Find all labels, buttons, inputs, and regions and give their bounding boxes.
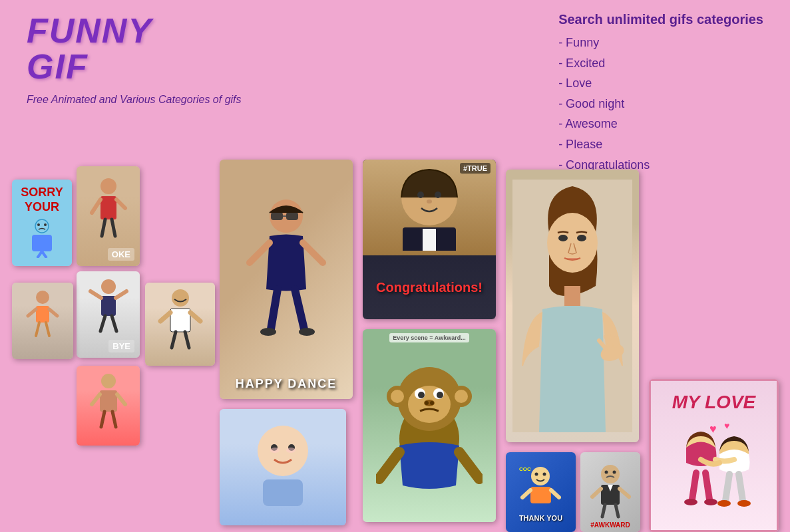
svg-line-91: [551, 490, 559, 497]
category-item[interactable]: - Love: [558, 73, 763, 94]
svg-point-2: [44, 223, 47, 226]
svg-point-6: [100, 178, 116, 194]
oke-label: OKE: [108, 248, 134, 261]
svg-point-88: [543, 472, 546, 475]
svg-point-81: [577, 235, 586, 241]
svg-point-49: [270, 448, 280, 453]
baby-card[interactable]: [220, 409, 346, 525]
svg-line-11: [112, 219, 115, 236]
awkward-label: #AWKWARD: [580, 521, 640, 529]
svg-line-99: [620, 489, 629, 497]
svg-line-35: [112, 412, 116, 427]
svg-point-93: [601, 465, 620, 483]
child-dance[interactable]: [12, 283, 73, 359]
search-panel-title: Search unlimited gifs categories: [558, 12, 763, 27]
svg-point-54: [435, 192, 441, 198]
header-section: FUNNY GIF Free Animated and Various Cate…: [27, 13, 242, 106]
svg-point-70: [430, 401, 434, 405]
svg-point-46: [258, 426, 308, 476]
category-item[interactable]: - Excited: [558, 53, 763, 74]
svg-line-17: [112, 316, 116, 331]
svg-point-94: [604, 471, 608, 474]
gifs-container: SORRYYOUR: [0, 160, 790, 532]
man-suit[interactable]: [77, 366, 140, 446]
svg-point-0: [35, 219, 49, 233]
svg-point-86: [531, 467, 550, 485]
svg-line-75: [379, 452, 399, 479]
svg-line-76: [459, 452, 479, 479]
congrats-card[interactable]: #TRUE Congratulations!: [363, 160, 496, 319]
svg-rect-38: [286, 212, 298, 220]
svg-point-45: [299, 328, 315, 336]
svg-rect-37: [271, 212, 283, 220]
svg-point-79: [547, 213, 598, 273]
svg-line-10: [102, 219, 105, 236]
my-love-title: MY LOVE: [672, 392, 756, 413]
svg-line-9: [116, 200, 125, 208]
svg-point-1: [37, 223, 40, 226]
monkey-card[interactable]: Every scene = Awkward...: [363, 329, 496, 522]
svg-line-21: [49, 309, 57, 316]
person-arms[interactable]: BYE: [77, 271, 140, 358]
svg-point-110: [684, 499, 697, 505]
app-title-line2: GIF: [27, 48, 242, 86]
smiling-person[interactable]: [145, 283, 215, 366]
person-dance-top[interactable]: OKE: [77, 166, 140, 266]
woman-portrait[interactable]: [506, 170, 639, 442]
svg-point-69: [425, 401, 429, 405]
svg-line-28: [172, 332, 176, 348]
svg-point-95: [612, 471, 616, 474]
app-subtitle: Free Animated and Various Categories of …: [27, 94, 242, 106]
svg-point-50: [286, 448, 296, 453]
svg-point-67: [437, 392, 443, 398]
awkward-card[interactable]: #AWKWARD: [580, 452, 640, 532]
svg-line-40: [250, 243, 270, 263]
category-item[interactable]: - Please: [558, 134, 763, 155]
svg-line-23: [46, 323, 49, 336]
svg-point-72: [391, 390, 404, 403]
thank-you-label: THANK YOU: [519, 514, 562, 522]
app-title-line1: FUNNY: [27, 13, 242, 48]
svg-point-30: [101, 374, 116, 388]
category-item[interactable]: - Awesome: [558, 114, 763, 134]
svg-point-53: [417, 192, 424, 198]
svg-line-16: [100, 316, 105, 331]
svg-line-34: [101, 412, 104, 427]
category-item[interactable]: - Funny: [558, 33, 763, 53]
svg-rect-13: [101, 296, 116, 316]
svg-line-33: [117, 394, 125, 404]
svg-point-18: [36, 291, 49, 304]
svg-rect-51: [263, 479, 303, 506]
happy-dance-card[interactable]: HAPPY DANCE: [220, 160, 353, 399]
svg-line-41: [303, 243, 323, 263]
svg-line-32: [92, 394, 100, 404]
my-love-card[interactable]: MY LOVE ♥ ♥: [649, 379, 779, 532]
awkward-scene-label: Every scene = Awkward...: [389, 333, 469, 342]
svg-line-27: [190, 313, 200, 321]
svg-point-80: [558, 235, 568, 241]
svg-point-111: [704, 499, 717, 505]
svg-point-113: [737, 500, 751, 507]
svg-line-107: [705, 473, 709, 499]
svg-line-101: [616, 505, 618, 517]
svg-line-98: [592, 489, 601, 497]
sorry-card[interactable]: SORRYYOUR: [12, 180, 72, 266]
svg-point-55: [427, 200, 432, 203]
svg-text:♥: ♥: [724, 420, 729, 431]
bye-label: BYE: [108, 340, 134, 352]
svg-point-44: [260, 328, 276, 336]
svg-point-24: [172, 289, 189, 307]
svg-text:♥: ♥: [709, 422, 717, 436]
svg-line-14: [91, 291, 101, 298]
svg-text:COC: COC: [519, 466, 531, 472]
category-item[interactable]: - Good night: [558, 94, 763, 114]
svg-rect-3: [32, 235, 52, 251]
svg-rect-31: [100, 390, 117, 412]
svg-line-22: [36, 323, 39, 336]
svg-rect-19: [36, 306, 49, 323]
svg-rect-60: [423, 229, 436, 251]
svg-rect-89: [530, 487, 551, 503]
svg-line-42: [271, 289, 278, 329]
thank-you-card[interactable]: COC THANK YOU: [506, 452, 576, 532]
svg-rect-78: [564, 286, 580, 306]
